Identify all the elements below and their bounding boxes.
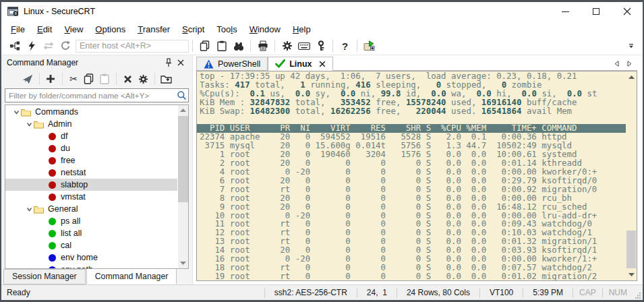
- scroll-up-icon[interactable]: [626, 72, 637, 82]
- tab-scroll-right-icon[interactable]: [627, 61, 632, 67]
- menu-item-edit[interactable]: Edit: [31, 22, 58, 36]
- command-dot-icon: [49, 181, 56, 189]
- new-folder-button[interactable]: [158, 71, 174, 86]
- menu-item-file[interactable]: File: [5, 22, 31, 36]
- folder-icon: [21, 108, 32, 117]
- tree-item-label: General: [48, 204, 78, 214]
- tab-session-manager[interactable]: Session Manager: [3, 269, 86, 284]
- tree-item-Admin[interactable]: Admin: [5, 118, 177, 130]
- tab-scroll-left-icon[interactable]: [614, 61, 619, 67]
- chevron-down-icon[interactable]: [25, 121, 34, 127]
- menu-item-options[interactable]: Options: [89, 22, 131, 36]
- tree-item-label: netstat: [61, 168, 86, 177]
- copy-icon: [84, 73, 94, 84]
- tree-item-label: list all: [61, 229, 82, 238]
- tree-item-label: cal: [61, 241, 71, 250]
- menu-item-window[interactable]: Window: [243, 22, 287, 36]
- terminal-tabbar: PowerShell Linux: [196, 55, 637, 71]
- tree-item-du[interactable]: du: [5, 142, 177, 154]
- maximize-button[interactable]: [581, 2, 612, 21]
- terminal[interactable]: top - 17:39:35 up 42 days, 1:06, 7 users…: [196, 71, 637, 281]
- tab-linux[interactable]: Linux: [268, 57, 332, 71]
- resize-grip[interactable]: [633, 285, 643, 300]
- tree-item-free[interactable]: free: [5, 154, 177, 167]
- toolbar-overflow-button[interactable]: [622, 38, 639, 53]
- session-manager-toggle-button[interactable]: [6, 38, 23, 53]
- menu-item-view[interactable]: View: [58, 22, 89, 36]
- gear-icon: [138, 74, 148, 84]
- key-generator-button[interactable]: [312, 38, 329, 53]
- scroll-up-icon[interactable]: [178, 105, 188, 115]
- scrollbar-thumb[interactable]: [178, 116, 188, 202]
- session-options-button[interactable]: [279, 38, 295, 53]
- tree-item-list-all[interactable]: list all: [5, 227, 177, 239]
- statusbar-section: ssh2: AES-256-CTR: [264, 288, 357, 298]
- tree-item-slabtop[interactable]: slabtop: [5, 179, 177, 191]
- statusbar-section: 5:39 PM: [523, 288, 573, 298]
- command-dot-icon: [49, 145, 56, 152]
- add-command-button[interactable]: [43, 71, 59, 86]
- menu-item-transfer[interactable]: Transfer: [131, 22, 176, 36]
- tree-item-vmstat[interactable]: vmstat: [5, 191, 177, 203]
- file-transfer-options-button[interactable]: [361, 38, 378, 53]
- binoculars-icon: [233, 41, 244, 51]
- help-button[interactable]: ?: [336, 38, 353, 53]
- tree-item-label: slabtop: [61, 180, 88, 189]
- send-command-button[interactable]: [20, 71, 36, 86]
- menu-item-help[interactable]: Help: [287, 22, 317, 36]
- close-button[interactable]: [612, 2, 643, 21]
- tree-item-env-home[interactable]: env home: [5, 251, 177, 264]
- tree-item-General[interactable]: General: [5, 203, 177, 215]
- tree-item-cal[interactable]: cal: [5, 239, 177, 251]
- tree-item-env-path[interactable]: env path: [5, 264, 177, 269]
- tab-command-manager[interactable]: Command Manager: [86, 268, 177, 284]
- delete-x-icon: [123, 75, 132, 84]
- host-input[interactable]: [76, 40, 189, 53]
- connect-in-tab-button[interactable]: [57, 38, 74, 53]
- toolbar-separator: [332, 40, 333, 52]
- paste-button-disabled[interactable]: [97, 71, 113, 86]
- tree-item-ps-all[interactable]: ps all: [5, 215, 177, 227]
- command-dot-icon: [49, 169, 56, 177]
- pin-panel-button[interactable]: [163, 57, 175, 68]
- filter-input[interactable]: [5, 88, 189, 102]
- paste-button[interactable]: [213, 38, 230, 53]
- tree-item-label: env home: [61, 253, 98, 262]
- scroll-down-icon[interactable]: [178, 258, 188, 268]
- menu-item-script[interactable]: Script: [176, 22, 210, 36]
- copy-button[interactable]: [196, 38, 213, 53]
- search-button[interactable]: [177, 90, 187, 103]
- scroll-down-icon[interactable]: [626, 270, 637, 280]
- tree-item-label: Commands: [35, 107, 78, 117]
- command-options-button[interactable]: [136, 71, 151, 86]
- tree-scrollbar[interactable]: [178, 105, 188, 268]
- tab-powershell[interactable]: PowerShell: [196, 57, 268, 71]
- scrollbar-thumb[interactable]: [626, 231, 636, 268]
- find-button[interactable]: [230, 38, 247, 53]
- chevron-down-icon[interactable]: [25, 206, 34, 212]
- reconnect-button[interactable]: [40, 38, 57, 53]
- terminal-scrollbar[interactable]: [626, 71, 637, 280]
- menu-item-tools[interactable]: Tools: [210, 22, 243, 36]
- cut-button[interactable]: ✂: [66, 71, 82, 86]
- tree-item-df[interactable]: df: [5, 130, 177, 142]
- lightning-icon: [27, 40, 36, 51]
- tree-item-Commands[interactable]: Commands: [5, 106, 177, 118]
- tree-item-label: Admin: [48, 119, 71, 129]
- terminal-area: PowerShell Linux top - 17:39:35 up 42 da…: [196, 55, 643, 284]
- chevron-down-icon[interactable]: [12, 109, 21, 115]
- statusbar-sections: ssh2: AES-256-CTR24, 124 Rows, 80 ColsVT…: [264, 285, 633, 300]
- copy-button[interactable]: [82, 71, 97, 86]
- minimize-button[interactable]: [550, 2, 581, 21]
- main-area: Command Manager ✂: [1, 55, 643, 284]
- print-button[interactable]: [254, 38, 271, 53]
- tab-close-icon[interactable]: [319, 61, 326, 67]
- reconnect-arrows-icon: [42, 41, 55, 51]
- close-panel-button[interactable]: [175, 57, 187, 68]
- tree-item-netstat[interactable]: netstat: [5, 167, 177, 179]
- title-bar[interactable]: 8 Linux - SecureCRT: [1, 2, 643, 21]
- help-icon: ?: [342, 40, 348, 52]
- quick-connect-button[interactable]: [23, 38, 40, 53]
- delete-command-button[interactable]: [120, 71, 136, 86]
- keymap-editor-button[interactable]: [295, 38, 312, 53]
